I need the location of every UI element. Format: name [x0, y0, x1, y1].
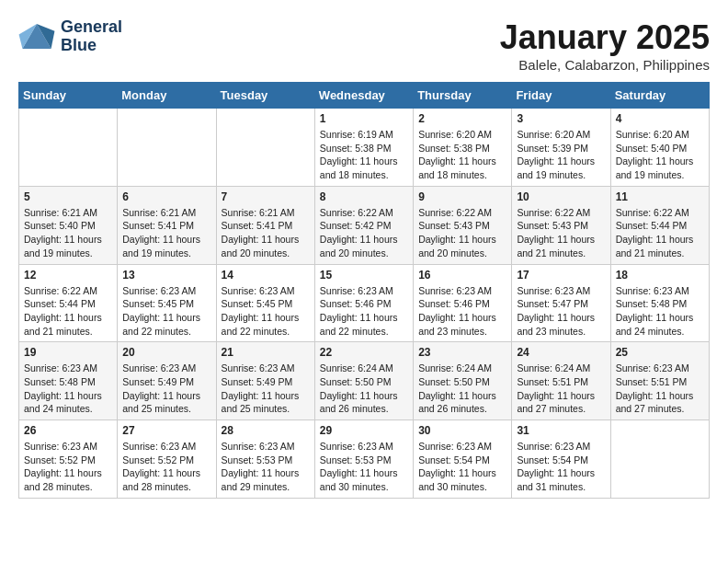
calendar-cell: 11Sunrise: 6:22 AM Sunset: 5:44 PM Dayli… [610, 186, 709, 264]
day-info: Sunrise: 6:24 AM Sunset: 5:50 PM Dayligh… [418, 362, 506, 416]
calendar-cell [610, 420, 709, 499]
calendar-cell: 10Sunrise: 6:22 AM Sunset: 5:43 PM Dayli… [512, 186, 610, 264]
calendar-cell: 3Sunrise: 6:20 AM Sunset: 5:39 PM Daylig… [512, 109, 610, 187]
day-info: Sunrise: 6:21 AM Sunset: 5:41 PM Dayligh… [222, 206, 310, 260]
weekday-header-saturday: Saturday [610, 83, 709, 109]
calendar-week-2: 5Sunrise: 6:21 AM Sunset: 5:40 PM Daylig… [19, 186, 710, 264]
calendar-cell: 7Sunrise: 6:21 AM Sunset: 5:41 PM Daylig… [216, 186, 314, 264]
day-number: 12 [24, 269, 112, 282]
calendar-cell: 17Sunrise: 6:23 AM Sunset: 5:47 PM Dayli… [512, 264, 610, 342]
day-number: 29 [320, 424, 408, 437]
day-number: 2 [418, 112, 506, 125]
calendar-cell: 23Sunrise: 6:24 AM Sunset: 5:50 PM Dayli… [414, 342, 512, 420]
day-info: Sunrise: 6:22 AM Sunset: 5:43 PM Dayligh… [517, 206, 605, 260]
calendar-cell: 20Sunrise: 6:23 AM Sunset: 5:49 PM Dayli… [118, 342, 216, 420]
calendar-cell [216, 109, 314, 187]
location: Balele, Calabarzon, Philippines [500, 57, 710, 73]
calendar-cell: 31Sunrise: 6:23 AM Sunset: 5:54 PM Dayli… [512, 420, 610, 499]
day-info: Sunrise: 6:21 AM Sunset: 5:40 PM Dayligh… [24, 206, 112, 260]
calendar-cell: 15Sunrise: 6:23 AM Sunset: 5:46 PM Dayli… [314, 264, 413, 342]
day-number: 27 [122, 424, 210, 437]
calendar-cell: 29Sunrise: 6:23 AM Sunset: 5:53 PM Dayli… [314, 420, 413, 499]
day-number: 13 [122, 269, 210, 282]
day-number: 1 [320, 112, 408, 125]
logo-bird-icon [18, 20, 55, 52]
calendar-cell: 19Sunrise: 6:23 AM Sunset: 5:48 PM Dayli… [19, 342, 118, 420]
day-number: 15 [320, 269, 408, 282]
day-number: 11 [616, 190, 704, 203]
day-info: Sunrise: 6:23 AM Sunset: 5:49 PM Dayligh… [222, 362, 310, 416]
calendar-week-3: 12Sunrise: 6:22 AM Sunset: 5:44 PM Dayli… [19, 264, 710, 342]
day-number: 22 [320, 346, 408, 359]
month-title: January 2025 [500, 18, 710, 57]
calendar-cell: 28Sunrise: 6:23 AM Sunset: 5:53 PM Dayli… [216, 420, 314, 499]
calendar-table: SundayMondayTuesdayWednesdayThursdayFrid… [18, 82, 710, 499]
day-number: 18 [616, 269, 704, 282]
calendar-week-4: 19Sunrise: 6:23 AM Sunset: 5:48 PM Dayli… [19, 342, 710, 420]
weekday-header-sunday: Sunday [19, 83, 118, 109]
day-number: 14 [222, 269, 310, 282]
title-block: January 2025 Balele, Calabarzon, Philipp… [500, 18, 710, 73]
day-number: 23 [418, 346, 506, 359]
calendar-cell: 18Sunrise: 6:23 AM Sunset: 5:48 PM Dayli… [610, 264, 709, 342]
day-number: 31 [517, 424, 605, 437]
page-header: General Blue January 2025 Balele, Calaba… [18, 18, 710, 73]
day-number: 8 [320, 190, 408, 203]
day-info: Sunrise: 6:23 AM Sunset: 5:48 PM Dayligh… [24, 362, 112, 416]
day-info: Sunrise: 6:22 AM Sunset: 5:44 PM Dayligh… [24, 284, 112, 339]
weekday-header-monday: Monday [118, 83, 216, 109]
day-number: 7 [222, 190, 310, 203]
calendar-cell: 5Sunrise: 6:21 AM Sunset: 5:40 PM Daylig… [19, 186, 118, 264]
day-info: Sunrise: 6:24 AM Sunset: 5:51 PM Dayligh… [517, 362, 605, 416]
calendar-cell: 21Sunrise: 6:23 AM Sunset: 5:49 PM Dayli… [216, 342, 314, 420]
day-info: Sunrise: 6:23 AM Sunset: 5:48 PM Dayligh… [616, 284, 704, 339]
day-number: 3 [517, 112, 605, 125]
day-info: Sunrise: 6:20 AM Sunset: 5:40 PM Dayligh… [616, 128, 704, 182]
calendar-cell: 26Sunrise: 6:23 AM Sunset: 5:52 PM Dayli… [19, 420, 118, 499]
calendar-cell: 16Sunrise: 6:23 AM Sunset: 5:46 PM Dayli… [414, 264, 512, 342]
day-info: Sunrise: 6:23 AM Sunset: 5:54 PM Dayligh… [418, 440, 506, 494]
day-info: Sunrise: 6:23 AM Sunset: 5:54 PM Dayligh… [517, 440, 605, 494]
day-info: Sunrise: 6:23 AM Sunset: 5:53 PM Dayligh… [320, 440, 408, 494]
calendar-cell: 9Sunrise: 6:22 AM Sunset: 5:43 PM Daylig… [414, 186, 512, 264]
calendar-cell: 24Sunrise: 6:24 AM Sunset: 5:51 PM Dayli… [512, 342, 610, 420]
day-number: 17 [517, 269, 605, 282]
calendar-cell: 13Sunrise: 6:23 AM Sunset: 5:45 PM Dayli… [118, 264, 216, 342]
day-info: Sunrise: 6:19 AM Sunset: 5:38 PM Dayligh… [320, 128, 408, 182]
day-info: Sunrise: 6:23 AM Sunset: 5:46 PM Dayligh… [418, 284, 506, 339]
day-number: 24 [517, 346, 605, 359]
day-number: 25 [616, 346, 704, 359]
day-info: Sunrise: 6:23 AM Sunset: 5:47 PM Dayligh… [517, 284, 605, 339]
day-number: 10 [517, 190, 605, 203]
day-info: Sunrise: 6:23 AM Sunset: 5:52 PM Dayligh… [24, 440, 112, 494]
weekday-header-wednesday: Wednesday [314, 83, 413, 109]
day-info: Sunrise: 6:23 AM Sunset: 5:45 PM Dayligh… [222, 284, 310, 339]
weekday-header-row: SundayMondayTuesdayWednesdayThursdayFrid… [19, 83, 710, 109]
day-number: 21 [222, 346, 310, 359]
day-number: 9 [418, 190, 506, 203]
day-info: Sunrise: 6:22 AM Sunset: 5:42 PM Dayligh… [320, 206, 408, 260]
day-info: Sunrise: 6:23 AM Sunset: 5:53 PM Dayligh… [222, 440, 310, 494]
day-info: Sunrise: 6:22 AM Sunset: 5:43 PM Dayligh… [418, 206, 506, 260]
calendar-week-5: 26Sunrise: 6:23 AM Sunset: 5:52 PM Dayli… [19, 420, 710, 499]
calendar-cell [118, 109, 216, 187]
day-info: Sunrise: 6:23 AM Sunset: 5:49 PM Dayligh… [122, 362, 210, 416]
day-number: 28 [222, 424, 310, 437]
day-info: Sunrise: 6:22 AM Sunset: 5:44 PM Dayligh… [616, 206, 704, 260]
calendar-cell: 1Sunrise: 6:19 AM Sunset: 5:38 PM Daylig… [314, 109, 413, 187]
calendar-cell: 30Sunrise: 6:23 AM Sunset: 5:54 PM Dayli… [414, 420, 512, 499]
day-info: Sunrise: 6:20 AM Sunset: 5:38 PM Dayligh… [418, 128, 506, 182]
day-info: Sunrise: 6:24 AM Sunset: 5:50 PM Dayligh… [320, 362, 408, 416]
calendar-week-1: 1Sunrise: 6:19 AM Sunset: 5:38 PM Daylig… [19, 109, 710, 187]
day-number: 26 [24, 424, 112, 437]
day-info: Sunrise: 6:23 AM Sunset: 5:51 PM Dayligh… [616, 362, 704, 416]
calendar-cell: 8Sunrise: 6:22 AM Sunset: 5:42 PM Daylig… [314, 186, 413, 264]
day-number: 6 [122, 190, 210, 203]
day-info: Sunrise: 6:23 AM Sunset: 5:52 PM Dayligh… [122, 440, 210, 494]
day-number: 4 [616, 112, 704, 125]
day-info: Sunrise: 6:20 AM Sunset: 5:39 PM Dayligh… [517, 128, 605, 182]
calendar-cell [19, 109, 118, 187]
calendar-cell: 25Sunrise: 6:23 AM Sunset: 5:51 PM Dayli… [610, 342, 709, 420]
weekday-header-tuesday: Tuesday [216, 83, 314, 109]
calendar-cell: 12Sunrise: 6:22 AM Sunset: 5:44 PM Dayli… [19, 264, 118, 342]
